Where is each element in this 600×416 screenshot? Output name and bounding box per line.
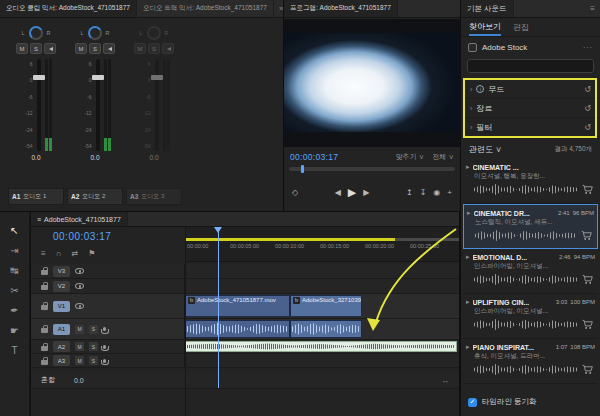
- button-editor-plus[interactable]: +: [447, 188, 452, 197]
- fit-dropdown[interactable]: 맞추기 ∨: [395, 152, 424, 162]
- play-button[interactable]: ▶: [348, 186, 356, 199]
- add-to-cart-icon[interactable]: [582, 184, 593, 195]
- mixer-track-label-a1[interactable]: A1오디오 1: [8, 188, 64, 205]
- voiceover-record-icon[interactable]: [103, 345, 106, 349]
- track-button-v3[interactable]: V3: [53, 266, 70, 277]
- selection-tool[interactable]: ↖: [0, 220, 29, 240]
- add-marker-icon[interactable]: ⚑: [88, 249, 95, 258]
- add-marker-icon[interactable]: ◇: [292, 188, 298, 197]
- waveform-preview[interactable]: [474, 273, 577, 286]
- add-to-cart-icon[interactable]: [582, 364, 593, 375]
- search-input[interactable]: [467, 59, 594, 73]
- fit-track-icon[interactable]: ↔: [441, 376, 449, 385]
- lock-icon[interactable]: [41, 346, 48, 351]
- waveform-preview[interactable]: [475, 229, 576, 242]
- waveform-preview[interactable]: [474, 183, 577, 196]
- panel-menu-icon[interactable]: ≡: [585, 0, 600, 17]
- mute-button[interactable]: M: [75, 342, 84, 351]
- sound-track-item[interactable]: ▸PIANO INSPIRAT...1:07108 BPM 휴식, 이모셔널, …: [463, 339, 598, 384]
- solo-button[interactable]: S: [89, 342, 98, 351]
- playhead-line[interactable]: [218, 227, 219, 388]
- tab-audio-clip-mixer[interactable]: 오디오 클립 믹서: AdobeStock_471051877: [0, 0, 137, 17]
- track-row-v2[interactable]: V2: [31, 279, 459, 294]
- mixer-track-label-a3[interactable]: A3오디오 3: [126, 188, 182, 205]
- audio-clip-2[interactable]: [290, 320, 362, 338]
- step-back-button[interactable]: ◀: [335, 188, 341, 197]
- tab-edit[interactable]: 편집: [513, 22, 529, 33]
- step-forward-button[interactable]: ▶: [363, 188, 369, 197]
- waveform-preview[interactable]: [474, 318, 577, 331]
- export-frame-icon[interactable]: ◉: [433, 188, 440, 197]
- add-to-cart-icon[interactable]: [582, 319, 593, 330]
- track-row-v3[interactable]: V3: [31, 264, 459, 279]
- waveform-preview[interactable]: [474, 363, 577, 376]
- volume-fader[interactable]: [96, 59, 100, 151]
- tab-essential-sound[interactable]: 기본 사운드: [461, 0, 514, 17]
- track-button-a3[interactable]: A3: [53, 355, 70, 366]
- volume-fader[interactable]: [37, 59, 41, 151]
- sound-track-item-selected[interactable]: ▸CINEMATIC DR...2:4196 BPM 노스탤직, 이모셔널, 세…: [463, 204, 598, 249]
- fader-handle[interactable]: [92, 75, 104, 80]
- tab-audio-track-mixer[interactable]: 오디오 트랙 믹서: AdobeStock_471051877: [137, 0, 274, 17]
- pan-knob[interactable]: [88, 26, 102, 40]
- pan-knob[interactable]: [147, 26, 161, 40]
- solo-button[interactable]: S: [89, 325, 98, 334]
- expand-icon[interactable]: ▸: [467, 209, 471, 217]
- tab-overflow-icon[interactable]: »: [274, 0, 283, 17]
- eye-icon[interactable]: [75, 268, 84, 274]
- mute-button[interactable]: M: [75, 356, 84, 365]
- panel-menu-icon[interactable]: ≡: [37, 216, 41, 223]
- razor-tool[interactable]: ✂: [0, 280, 29, 300]
- sound-track-item[interactable]: ▸EMOTIONAL D...2:4694 BPM 인스파이어링, 이모셔널..…: [463, 249, 598, 294]
- add-to-cart-icon[interactable]: [582, 274, 593, 285]
- video-clip-1[interactable]: fx AdobeStock_471051877.mov: [185, 295, 290, 317]
- mix-volume-value[interactable]: 0.0: [74, 377, 84, 384]
- lock-icon[interactable]: [41, 305, 48, 310]
- solo-button[interactable]: S: [89, 356, 98, 365]
- expand-icon[interactable]: ▸: [466, 343, 470, 351]
- track-row-mix[interactable]: 혼합 0.0 ↔: [31, 372, 459, 389]
- mute-button[interactable]: M: [16, 43, 28, 54]
- audio-clip-1[interactable]: [185, 320, 290, 338]
- expand-icon[interactable]: ▸: [466, 163, 470, 171]
- volume-fader[interactable]: [155, 59, 159, 151]
- sound-track-item[interactable]: ▸UPLIFTING CIN...3:03100 BPM 인스파이어링, 이모셔…: [463, 294, 598, 339]
- tab-sequence[interactable]: ≡ AdobeStock_471051877: [31, 212, 128, 226]
- speaker-icon[interactable]: [162, 43, 174, 54]
- hand-tool[interactable]: ☛: [0, 320, 29, 340]
- playback-resolution-dropdown[interactable]: 전체 ∨: [432, 152, 454, 162]
- timeline-timecode[interactable]: 00:00:03:17: [53, 231, 111, 242]
- music-clip[interactable]: [185, 341, 457, 352]
- program-timecode[interactable]: 00:00:03:17: [290, 152, 338, 162]
- filter-row-mood[interactable]: › i 무드 ↺: [461, 80, 600, 99]
- eye-icon[interactable]: [75, 303, 84, 309]
- stock-checkbox[interactable]: [468, 43, 477, 52]
- lock-icon[interactable]: [41, 270, 48, 275]
- lock-icon[interactable]: [41, 328, 48, 333]
- fader-handle[interactable]: [33, 75, 45, 80]
- add-to-cart-icon[interactable]: [581, 230, 592, 241]
- tab-program[interactable]: 프로그램: AdobeStock_471051877: [284, 0, 398, 17]
- filter-row-filter[interactable]: › 필터 ↺: [461, 118, 600, 137]
- lock-icon[interactable]: [41, 360, 48, 365]
- ripple-edit-tool[interactable]: ↹: [0, 260, 29, 280]
- timeline-settings-icon[interactable]: ≡: [41, 249, 46, 258]
- track-row-a3[interactable]: A3MS: [31, 354, 459, 368]
- reset-icon[interactable]: ↺: [584, 104, 591, 113]
- track-button-a2[interactable]: A2: [53, 341, 70, 352]
- track-button-v2[interactable]: V2: [53, 281, 70, 292]
- mute-button[interactable]: M: [75, 43, 87, 54]
- extract-icon[interactable]: ↧: [420, 188, 427, 197]
- mute-button[interactable]: M: [134, 43, 146, 54]
- pen-tool[interactable]: ✒: [0, 300, 29, 320]
- sort-dropdown[interactable]: 관련도 ∨: [469, 144, 502, 155]
- solo-button[interactable]: S: [148, 43, 160, 54]
- lift-icon[interactable]: ↥: [406, 188, 413, 197]
- mute-button[interactable]: M: [75, 325, 84, 334]
- linked-selection-icon[interactable]: ⇄: [71, 249, 78, 258]
- expand-icon[interactable]: ▸: [466, 298, 470, 306]
- voiceover-record-icon[interactable]: [103, 327, 106, 331]
- mixer-track-label-a2[interactable]: A2오디오 2: [67, 188, 123, 205]
- track-button-v1[interactable]: V1: [53, 301, 70, 312]
- speaker-icon[interactable]: [103, 43, 115, 54]
